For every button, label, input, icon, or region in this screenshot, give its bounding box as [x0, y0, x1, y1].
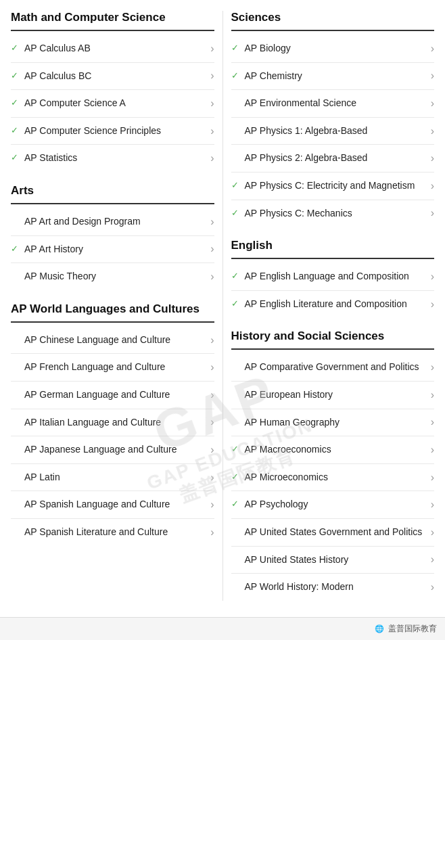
course-left: ✓AP Physics C: Electricity and Magnetism — [231, 179, 427, 193]
course-left: AP Latin — [11, 471, 206, 484]
check-icon: ✓ — [231, 180, 241, 190]
course-item[interactable]: AP Human Geography› — [231, 409, 435, 437]
footer-icon: 🌐 — [375, 624, 384, 633]
chevron-right-icon: › — [210, 243, 214, 255]
course-item[interactable]: ✓AP Psychology› — [231, 491, 435, 519]
course-left: AP Music Theory — [11, 270, 206, 283]
course-item[interactable]: ✓AP English Language and Composition› — [231, 263, 435, 291]
course-name: AP Chinese Language and Culture — [24, 334, 170, 347]
chevron-right-icon: › — [431, 97, 434, 110]
course-name: AP Physics C: Mechanics — [245, 207, 352, 221]
course-item[interactable]: AP Spanish Literature and Culture› — [11, 519, 214, 546]
chevron-right-icon: › — [210, 216, 214, 228]
chevron-right-icon: › — [431, 43, 434, 55]
chevron-right-icon: › — [210, 125, 214, 137]
course-item[interactable]: ✓AP English Literature and Composition› — [231, 291, 435, 318]
course-item[interactable]: AP Physics 1: Algebra-Based› — [231, 118, 435, 145]
check-icon: ✓ — [11, 97, 20, 108]
course-left: ✓AP English Literature and Composition — [231, 298, 427, 311]
course-item[interactable]: ✓AP Macroeconomics› — [231, 436, 435, 464]
chevron-right-icon: › — [431, 416, 434, 428]
chevron-right-icon: › — [210, 271, 214, 283]
check-icon: ✓ — [231, 271, 241, 281]
chevron-right-icon: › — [210, 152, 214, 164]
course-item[interactable]: ✓AP Computer Science A› — [11, 90, 214, 118]
course-name: AP World History: Modern — [245, 580, 354, 594]
check-icon: ✓ — [11, 244, 20, 254]
section-title-sciences: Sciences — [231, 11, 435, 31]
course-item[interactable]: ✓AP Microeconomics› — [231, 464, 435, 492]
course-item[interactable]: AP European History› — [231, 382, 435, 409]
course-left: ✓AP Calculus AB — [11, 42, 206, 55]
course-item[interactable]: ✓AP Physics C: Mechanics› — [231, 200, 435, 227]
course-left: AP Italian Language and Culture — [11, 416, 206, 430]
course-item[interactable]: AP United States Government and Politics… — [231, 519, 435, 547]
course-item[interactable]: ✓AP Computer Science Principles› — [11, 118, 214, 145]
course-name: AP Comparative Government and Politics — [245, 361, 419, 374]
chevron-right-icon: › — [210, 444, 214, 456]
course-item[interactable]: AP Comparative Government and Politics› — [231, 354, 435, 382]
course-item[interactable]: AP Latin› — [11, 464, 214, 492]
course-left: AP United States History — [231, 553, 427, 567]
course-item[interactable]: AP Italian Language and Culture› — [11, 409, 214, 437]
chevron-right-icon: › — [431, 125, 434, 137]
course-item[interactable]: ✓AP Calculus AB› — [11, 35, 214, 63]
course-left: ✓AP Microeconomics — [231, 471, 427, 484]
course-left: ✓AP Chemistry — [231, 70, 427, 83]
course-item[interactable]: ✓AP Art History› — [11, 236, 214, 264]
course-item[interactable]: ✓AP Biology› — [231, 35, 435, 63]
course-name: AP Biology — [245, 42, 291, 55]
course-left: ✓AP Statistics — [11, 152, 206, 165]
course-item[interactable]: ✓AP Statistics› — [11, 145, 214, 172]
course-item[interactable]: AP United States History› — [231, 547, 435, 574]
course-left: AP Chinese Language and Culture — [11, 334, 206, 347]
course-left: AP Environmental Science — [231, 97, 427, 110]
course-name: AP Chemistry — [245, 70, 302, 83]
chevron-right-icon: › — [431, 526, 434, 539]
check-icon: ✓ — [11, 125, 20, 135]
course-item[interactable]: ✓AP Calculus BC› — [11, 63, 214, 91]
right-column: Sciences✓AP Biology›✓AP Chemistry›AP Env… — [222, 11, 438, 601]
chevron-right-icon: › — [210, 472, 214, 484]
course-name: AP Calculus AB — [24, 42, 91, 55]
course-item[interactable]: AP Art and Design Program› — [11, 208, 214, 236]
check-icon: ✓ — [11, 152, 20, 162]
course-item[interactable]: AP Spanish Language and Culture› — [11, 491, 214, 519]
course-left: ✓AP English Language and Composition — [231, 270, 427, 283]
course-item[interactable]: ✓AP Physics C: Electricity and Magnetism… — [231, 173, 435, 200]
chevron-right-icon: › — [210, 526, 214, 539]
course-left: AP Physics 2: Algebra-Based — [231, 152, 427, 165]
course-item[interactable]: AP Japanese Language and Culture› — [11, 436, 214, 464]
course-item[interactable]: AP World History: Modern› — [231, 574, 435, 601]
course-item[interactable]: AP Physics 2: Algebra-Based› — [231, 145, 435, 173]
course-name: AP Environmental Science — [245, 97, 357, 110]
course-name: AP Latin — [24, 471, 60, 484]
course-name: AP United States Government and Politics — [245, 526, 423, 539]
course-left: AP French Language and Culture — [11, 361, 206, 374]
chevron-right-icon: › — [210, 416, 214, 428]
course-item[interactable]: AP Music Theory› — [11, 263, 214, 290]
course-left: AP Physics 1: Algebra-Based — [231, 124, 427, 138]
course-item[interactable]: AP Environmental Science› — [231, 90, 435, 118]
course-name: AP Physics 1: Algebra-Based — [245, 124, 368, 138]
chevron-right-icon: › — [431, 298, 434, 311]
chevron-right-icon: › — [431, 472, 434, 484]
course-item[interactable]: AP German Language and Culture› — [11, 382, 214, 409]
course-name: AP Spanish Language and Culture — [24, 498, 170, 511]
chevron-right-icon: › — [431, 581, 434, 593]
course-name: AP Physics 2: Algebra-Based — [245, 152, 368, 165]
course-name: AP Psychology — [245, 498, 308, 511]
chevron-right-icon: › — [210, 97, 214, 110]
section-title-arts: Arts — [11, 184, 214, 204]
course-name: AP German Language and Culture — [24, 388, 170, 402]
course-left: AP European History — [231, 388, 427, 402]
section-title-history-social: History and Social Sciences — [231, 329, 435, 350]
section-title-english: English — [231, 239, 435, 259]
check-icon: ✓ — [231, 208, 241, 218]
course-left: ✓AP Calculus BC — [11, 70, 206, 83]
course-item[interactable]: AP Chinese Language and Culture› — [11, 327, 214, 355]
course-item[interactable]: AP French Language and Culture› — [11, 354, 214, 382]
course-name: AP Japanese Language and Culture — [24, 443, 177, 457]
course-item[interactable]: ✓AP Chemistry› — [231, 63, 435, 91]
course-name: AP English Literature and Composition — [245, 298, 407, 311]
